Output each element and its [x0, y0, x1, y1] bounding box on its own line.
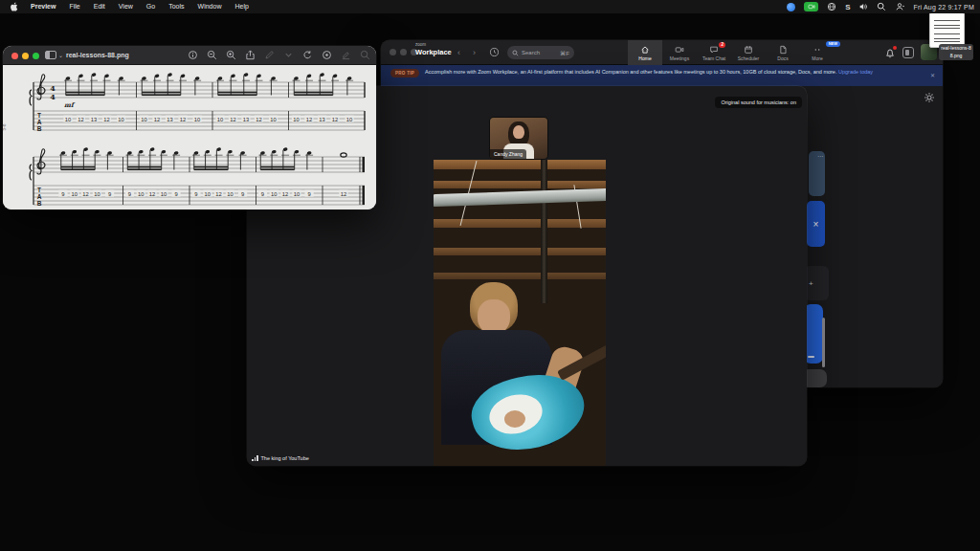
zoom-button[interactable]	[33, 53, 39, 59]
zoom-out-icon[interactable]	[207, 50, 217, 60]
svg-text:9: 9	[108, 191, 111, 197]
svg-text:12: 12	[306, 117, 312, 122]
control-center-icon[interactable]	[895, 0, 904, 13]
menu-item-help[interactable]: Help	[228, 0, 255, 13]
upgrade-link[interactable]: Upgrade today	[838, 69, 873, 75]
menu-clock[interactable]: Fri Aug 22 9:17 PM	[913, 4, 974, 11]
svg-text:10: 10	[293, 117, 299, 122]
sheet-music: TAB44mf101213121010121312101012131210101…	[11, 67, 368, 209]
svg-text:9: 9	[307, 191, 310, 197]
preview-window: ⌄ real-lessons-88.png 5-8 TAB44mf1012131…	[3, 46, 376, 209]
tab-more[interactable]: MoreNEW	[800, 40, 835, 65]
tab-home[interactable]: Home	[628, 40, 662, 65]
tab-meetings[interactable]: Meetings	[662, 40, 697, 65]
menu-item-go[interactable]: Go	[140, 0, 162, 13]
tab-docs[interactable]: Docs	[766, 40, 800, 65]
gear-icon[interactable]	[924, 92, 935, 103]
active-speaker-label: The king of YouTube	[252, 455, 309, 461]
svg-text:10: 10	[205, 191, 211, 197]
globe-icon[interactable]	[827, 0, 836, 13]
close-button[interactable]	[390, 49, 396, 55]
svg-text:10: 10	[141, 117, 146, 122]
svg-text:12: 12	[256, 117, 261, 122]
share-icon[interactable]	[245, 50, 256, 60]
notification-dot	[893, 46, 897, 50]
stats-icon[interactable]: S	[845, 0, 850, 13]
svg-text:9: 9	[61, 191, 64, 197]
scrollbar[interactable]	[822, 318, 825, 367]
original-sound-chip[interactable]: Original sound for musicians: on	[715, 97, 802, 108]
menu-item-preview[interactable]: Preview	[24, 0, 62, 13]
rotate-left-icon[interactable]	[302, 50, 313, 60]
minimize-button[interactable]	[22, 53, 29, 59]
svg-text:12: 12	[103, 117, 109, 122]
contact-card-icon[interactable]	[902, 47, 914, 58]
svg-text:10: 10	[72, 191, 78, 197]
svg-text:10: 10	[65, 117, 71, 122]
zoom-in-icon[interactable]	[226, 50, 236, 60]
forward-button[interactable]: ›	[473, 46, 476, 59]
tab-team-chat[interactable]: Team Chat2	[697, 40, 731, 65]
svg-text:10: 10	[270, 117, 276, 122]
svg-text:10: 10	[346, 117, 352, 122]
svg-text:12: 12	[332, 117, 338, 122]
dragged-file-thumbnail[interactable]: real-lessons-88.png	[929, 12, 965, 48]
home-icon	[640, 45, 650, 55]
participant-video-thumbnail[interactable]: Candy Zhang	[490, 118, 547, 159]
svg-text:13: 13	[319, 117, 324, 122]
more-icon[interactable]: ⋯	[817, 153, 823, 159]
menu-item-view[interactable]: View	[112, 0, 140, 13]
preview-titlebar: ⌄ real-lessons-88.png	[3, 46, 376, 65]
spotlight-icon[interactable]	[877, 0, 886, 13]
menu-item-file[interactable]: File	[62, 0, 86, 13]
svg-text:10: 10	[138, 191, 144, 197]
status-menus: S Fri Aug 22 9:17 PM	[787, 0, 974, 13]
search-input[interactable]: Search ⌘F	[507, 46, 574, 59]
sidebar-icon	[45, 51, 56, 59]
back-button[interactable]: ‹	[457, 46, 460, 59]
svg-text:B: B	[37, 125, 42, 132]
app-menus: PreviewFileEditViewGoToolsWindowHelp	[24, 0, 256, 13]
search-placeholder: Search	[522, 50, 540, 55]
add-button[interactable]: +	[804, 266, 829, 300]
zoom-meeting-icon[interactable]	[804, 0, 818, 13]
home-card[interactable]: ⋯	[809, 151, 825, 196]
attachment-card[interactable]	[804, 304, 823, 364]
zoom-header: zoom Workplace ‹ › Search ⌘F HomeMeeting…	[381, 40, 943, 65]
markup-toolbar-icon[interactable]	[322, 50, 332, 60]
main-speaker-video[interactable]	[434, 160, 606, 466]
blue-app-icon[interactable]	[787, 0, 795, 13]
svg-text:10: 10	[194, 117, 200, 122]
menu-item-tools[interactable]: Tools	[162, 0, 190, 13]
sidebar-toggle-button[interactable]: ⌄	[45, 51, 63, 59]
svg-text:12: 12	[341, 191, 346, 197]
close-button[interactable]	[11, 53, 18, 59]
menu-item-edit[interactable]: Edit	[87, 0, 112, 13]
zoom-nav-tabs: HomeMeetingsTeam Chat2SchedulerDocsMoreN…	[628, 40, 835, 65]
svg-text:10: 10	[217, 117, 223, 122]
history-icon[interactable]	[489, 47, 500, 57]
chevron-down-icon	[283, 50, 294, 60]
zoom-logo: zoom Workplace	[415, 43, 452, 55]
preview-image-canvas[interactable]: 5-8 TAB44mf10121312101012131210101213121…	[3, 65, 376, 209]
dots-icon	[813, 45, 822, 55]
search-shortcut: ⌘F	[560, 50, 569, 56]
menu-item-window[interactable]: Window	[191, 0, 229, 13]
svg-text:13: 13	[91, 117, 97, 122]
minimize-button[interactable]	[400, 49, 407, 55]
home-card-close[interactable]: ×	[807, 201, 825, 247]
apple-menu[interactable]	[0, 2, 24, 11]
info-icon[interactable]	[188, 50, 198, 60]
svg-text:9: 9	[128, 191, 131, 197]
notifications-bell-icon[interactable]	[884, 47, 896, 58]
banner-close-icon[interactable]: ✕	[930, 72, 935, 78]
music-system-2: TAB9101210991012109910121099101210912	[11, 143, 368, 209]
speaker-icon[interactable]	[858, 0, 868, 13]
search-icon	[360, 50, 370, 60]
svg-text:10: 10	[294, 191, 300, 197]
file-preview-image	[929, 12, 965, 48]
tab-scheduler[interactable]: Scheduler	[731, 40, 766, 65]
range-label: 5-8	[3, 123, 7, 130]
svg-text:10: 10	[118, 117, 123, 122]
svg-text:10: 10	[271, 191, 277, 197]
